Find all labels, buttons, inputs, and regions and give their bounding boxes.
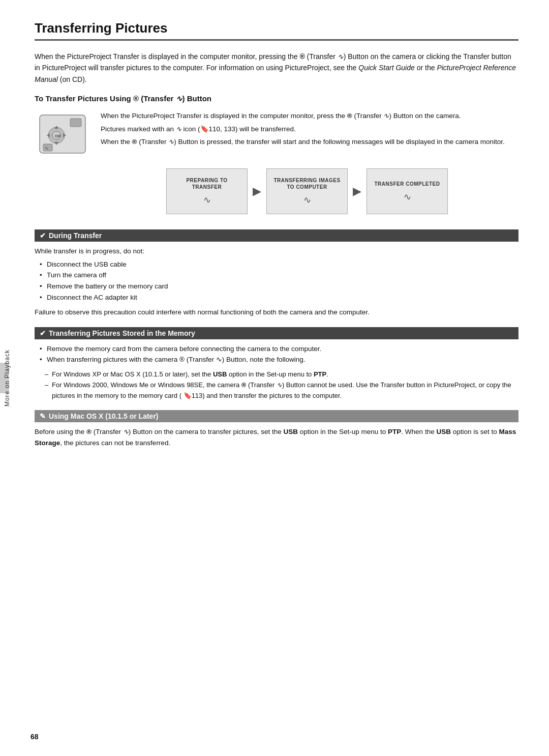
during-transfer-section: ✔ During Transfer While transfer is in p…	[35, 229, 518, 318]
svg-rect-8	[70, 119, 81, 127]
arrow-2: ▶	[353, 185, 361, 198]
side-tab: More on Playback	[0, 0, 14, 756]
intro-paragraph: When the PictureProject Transfer is disp…	[35, 51, 518, 85]
check-icon-1: ✔	[40, 231, 46, 240]
during-transfer-title: During Transfer	[49, 231, 102, 240]
sub-list-item: For Windows XP or Mac OS X (10.1.5 or la…	[45, 369, 518, 380]
list-item: Disconnect the AC adapter kit	[40, 292, 518, 303]
stored-memory-section: ✔ Transferring Pictures Stored in the Me…	[35, 327, 518, 401]
button-para1: When the PictureProject Transfer is disp…	[101, 110, 518, 122]
button-description: When the PictureProject Transfer is disp…	[101, 110, 518, 158]
screen-text-1: PREPARING TO TRANSFER	[171, 177, 243, 190]
button-para3: When the ® (Transfer ∿) Button is presse…	[101, 136, 518, 148]
svg-text:∿: ∿	[45, 146, 49, 151]
sub-list-item: For Windows 2000, Windows Me or Windows …	[45, 380, 518, 401]
main-content: Transferring Pictures When the PicturePr…	[14, 0, 549, 756]
list-item: Remove the battery or the memory card	[40, 281, 518, 292]
sidebar-label: More on Playback	[4, 350, 11, 406]
stored-memory-sub-list: For Windows XP or Mac OS X (10.1.5 or la…	[35, 369, 518, 401]
page-number: 68	[30, 733, 39, 741]
screen-text-3: TRANSFER COMPLETED	[375, 181, 440, 187]
screen-box-3: TRANSFER COMPLETED ∿	[367, 168, 448, 214]
during-transfer-body: While transfer is in progress, do not: D…	[35, 246, 518, 318]
camera-svg: OK ∿	[37, 112, 88, 158]
list-item: When transferring pictures with the came…	[40, 354, 518, 365]
mac-note-title: Using Mac OS X (10.1.5 or Later)	[49, 412, 159, 420]
list-item: Turn the camera off	[40, 270, 518, 281]
check-icon-2: ✔	[40, 329, 46, 337]
transfer-screens-row: PREPARING TO TRANSFER ∿ ▶ TRANSFERRING I…	[96, 168, 518, 214]
screen-box-2: TRANSFERRING IMAGES TO COMPUTER ∿	[266, 168, 348, 214]
screen-icon-3: ∿	[404, 191, 411, 202]
arrow-1: ▶	[253, 185, 261, 198]
page-title-section: Transferring Pictures	[35, 20, 518, 41]
during-transfer-intro: While transfer is in progress, do not:	[35, 246, 518, 257]
svg-text:OK: OK	[55, 134, 61, 138]
during-transfer-warning: Failure to observe this precaution could…	[35, 307, 518, 318]
screen-icon-1: ∿	[203, 194, 211, 206]
section1-heading: To Transfer Pictures Using ® (Transfer ∿…	[35, 94, 518, 103]
during-transfer-list: Disconnect the USB cable Turn the camera…	[35, 259, 518, 303]
page-title: Transferring Pictures	[35, 20, 518, 36]
stored-memory-title: Transferring Pictures Stored in the Memo…	[49, 329, 195, 337]
button-section: OK ∿ When the PictureProject Transfer is…	[35, 110, 518, 158]
mac-note-header: ✎ Using Mac OS X (10.1.5 or Later)	[35, 410, 518, 422]
list-item: Disconnect the USB cable	[40, 259, 518, 270]
stored-memory-list: Remove the memory card from the camera b…	[35, 343, 518, 365]
screen-box-1: PREPARING TO TRANSFER ∿	[166, 168, 248, 214]
stored-memory-body: Remove the memory card from the camera b…	[35, 343, 518, 401]
mac-note-text: Before using the ® (Transfer ∿) Button o…	[35, 426, 518, 448]
list-item: Remove the memory card from the camera b…	[40, 343, 518, 355]
screen-icon-2: ∿	[303, 194, 311, 206]
page-container: More on Playback Transferring Pictures W…	[0, 0, 549, 756]
button-para2: Pictures marked with an ∿ icon (🔖110, 13…	[101, 124, 518, 135]
pencil-icon: ✎	[40, 412, 46, 420]
during-transfer-header: ✔ During Transfer	[35, 229, 518, 242]
camera-image: OK ∿	[35, 110, 90, 158]
mac-note-body: Before using the ® (Transfer ∿) Button o…	[35, 426, 518, 448]
mac-note-section: ✎ Using Mac OS X (10.1.5 or Later) Befor…	[35, 410, 518, 448]
screen-text-2: TRANSFERRING IMAGES TO COMPUTER	[271, 177, 343, 190]
stored-memory-header: ✔ Transferring Pictures Stored in the Me…	[35, 327, 518, 339]
